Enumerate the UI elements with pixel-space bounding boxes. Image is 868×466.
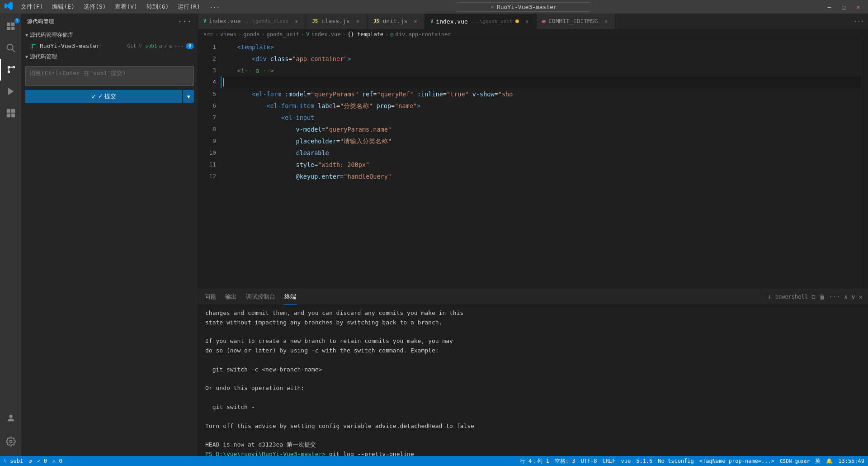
section-source-label: 源代码管理 (30, 53, 57, 61)
status-version[interactable]: 5.1.6 (636, 458, 652, 464)
code-line-4[interactable] (221, 76, 862, 88)
code-token: > (417, 100, 420, 112)
line-num: 6 (198, 100, 216, 112)
commit-message-input[interactable] (25, 66, 194, 86)
code-line-6[interactable]: <el-form-item label="分类名称" prop="name"> (221, 100, 862, 112)
code-line-2[interactable]: <div class="app-container"> (221, 53, 862, 65)
tab-close-button[interactable]: ✕ (293, 18, 300, 25)
menu-view[interactable]: 查看(V) (111, 2, 141, 12)
commit-button[interactable]: ✓ ✓ 提交 (25, 90, 182, 103)
tab-index-vue-goods-class[interactable]: V index.vue ...\goods_class ✕ (198, 14, 306, 29)
search-bar[interactable]: ⌕ RuoYi-Vue3-master (456, 2, 591, 12)
tab-problems[interactable]: 问题 (203, 289, 217, 305)
tab-close-button[interactable]: ✕ (524, 18, 531, 25)
tab-more-button[interactable]: ··· (850, 14, 868, 29)
status-errors[interactable]: △ 0 (52, 458, 62, 464)
status-ime[interactable]: 英 (815, 457, 821, 465)
status-language[interactable]: vue (621, 458, 631, 464)
repo-item[interactable]: RuoYi-Vue3-master Git ⑂ sub1 ↺ ✓ ↻ ··· 0 (22, 41, 198, 51)
status-eol[interactable]: CRLF (603, 458, 616, 464)
code-line-5[interactable]: <el-form :model="queryParams" ref="query… (221, 88, 862, 100)
breadcrumb-src[interactable]: src (203, 31, 213, 38)
prompt: PS D:\vue\ruoyi\RuoYi-Vue3-master> (205, 451, 326, 456)
code-token: <el-input (281, 112, 314, 124)
terminal-more-button[interactable]: ··· (829, 293, 840, 300)
status-notifications[interactable]: 🔔 (826, 458, 833, 464)
terminal-line: state without impacting any branches by … (205, 318, 861, 328)
code-line-3[interactable]: <!-- a --> (221, 65, 862, 76)
status-tsconfig[interactable]: No tsconfig (658, 458, 693, 464)
breadcrumb-goods-unit[interactable]: goods_unit (267, 31, 299, 38)
terminal-close-button[interactable]: ✕ (859, 293, 863, 300)
activity-settings[interactable] (0, 431, 22, 452)
tab-terminal[interactable]: 终端 (283, 289, 297, 305)
terminal-collapse-button[interactable]: ∨ (851, 293, 855, 300)
breadcrumb-template[interactable]: {} template (348, 31, 383, 38)
activity-git[interactable] (0, 59, 22, 81)
activity-explorer[interactable]: 1 (0, 15, 22, 37)
tab-unit-js[interactable]: JS unit.js ✕ (368, 14, 425, 29)
split-terminal-button[interactable]: ⊟ (811, 293, 815, 300)
menu-goto[interactable]: 转到(G) (143, 2, 172, 12)
menu-more[interactable]: ... (206, 2, 223, 12)
tab-output[interactable]: 输出 (224, 289, 238, 305)
svg-rect-12 (11, 114, 14, 117)
code-line-9[interactable]: placeholder="请输入分类名称" (221, 135, 862, 147)
code-editor[interactable]: 1 2 3 4 5 6 7 8 9 10 11 12 <templa (198, 39, 868, 289)
breadcrumb-div[interactable]: div.app-container (396, 31, 451, 38)
vue-icon: V (430, 19, 433, 24)
breadcrumb-sep: › (342, 31, 345, 38)
breadcrumb-index-vue[interactable]: index.vue (311, 31, 340, 38)
code-token: "分类名称" (340, 100, 373, 112)
terminal-expand-button[interactable]: ∧ (844, 293, 848, 300)
menu-file[interactable]: 文件(F) (17, 2, 47, 12)
code-line-11[interactable]: style="width: 200px" (221, 159, 862, 171)
maximize-button[interactable]: □ (838, 3, 849, 11)
code-line-10[interactable]: clearable (221, 147, 862, 159)
code-token: placeholder (296, 135, 336, 147)
section-source-header[interactable]: ▼ 源代码管理 (22, 51, 198, 62)
svg-point-16 (32, 47, 33, 48)
status-check[interactable]: ✓ 0 (37, 458, 47, 464)
refresh-icon[interactable]: ↻ (169, 43, 172, 49)
tab-commit-editmsg[interactable]: ⊕ COMMIT_EDITMSG ✕ (537, 14, 616, 29)
tab-class-js[interactable]: JS class.js ✕ (306, 14, 368, 29)
breadcrumb-views[interactable]: views (220, 31, 236, 38)
tab-index-vue-goods-unit[interactable]: V index.vue ...\goods_unit ✕ (425, 14, 536, 29)
minimize-button[interactable]: — (824, 3, 835, 11)
menu-edit[interactable]: 编辑(E) (48, 2, 78, 12)
menu-select[interactable]: 选择(S) (80, 2, 109, 12)
activity-run[interactable] (0, 81, 22, 102)
activity-search[interactable] (0, 37, 22, 59)
more-icon[interactable]: ··· (174, 43, 184, 49)
code-line-7[interactable]: <el-input (221, 112, 862, 124)
code-line-8[interactable]: v-model="queryParams.name" (221, 124, 862, 135)
status-branch[interactable]: ⑂ sub1 (4, 458, 23, 464)
code-lines[interactable]: <template> <div class="app-container"> <… (221, 39, 862, 289)
status-spaces[interactable]: 空格: 3 (555, 457, 576, 465)
sidebar-more-button[interactable]: ··· (178, 17, 192, 26)
delete-terminal-button[interactable]: 🗑 (819, 293, 825, 300)
tab-close-button[interactable]: ✕ (412, 18, 419, 25)
tab-close-button[interactable]: ✕ (354, 18, 362, 25)
commit-dropdown-button[interactable]: ▾ (183, 90, 194, 103)
code-line-12[interactable]: @keyup.enter="handleQuery" (221, 171, 862, 182)
editor-scrollbar[interactable] (862, 39, 868, 289)
tab-debug-console[interactable]: 调试控制台 (245, 289, 276, 305)
menu-run[interactable]: 运行(R) (174, 2, 203, 12)
code-token (314, 100, 318, 112)
code-line-1[interactable]: <template> (221, 41, 862, 53)
status-position[interactable]: 行 4，列 1 (520, 457, 549, 465)
add-terminal-button[interactable]: + (768, 293, 771, 300)
breadcrumb-goods[interactable]: goods (243, 31, 259, 38)
activity-extensions[interactable] (0, 102, 22, 124)
status-encoding[interactable]: UTF-8 (580, 458, 597, 464)
tab-close-button[interactable]: ✕ (603, 18, 610, 25)
section-repos-header[interactable]: ▼ 源代码管理存储库 (22, 29, 198, 41)
sync-icon[interactable]: ↺ (159, 43, 162, 49)
status-sync[interactable]: ↺ (28, 458, 32, 464)
close-button[interactable]: ✕ (853, 3, 863, 11)
check-icon[interactable]: ✓ (164, 43, 167, 49)
status-tagname[interactable]: <TagName prop-name=...> (699, 458, 774, 464)
activity-account[interactable] (0, 407, 22, 429)
